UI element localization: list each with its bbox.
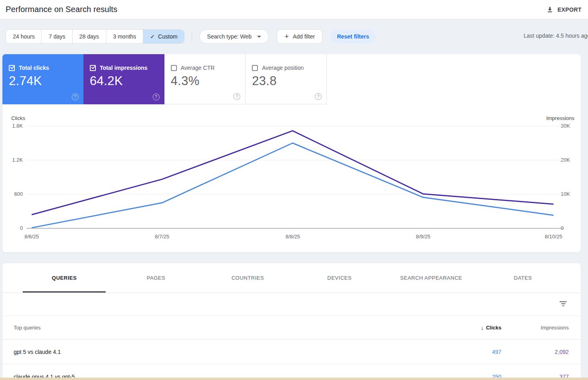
metric-label: Total clicks xyxy=(19,65,49,71)
metric-label: Total impressions xyxy=(100,65,148,71)
tab-label: PAGES xyxy=(147,275,165,281)
help-icon[interactable]: ? xyxy=(72,93,79,100)
date-range-label: 3 months xyxy=(113,33,136,40)
metric-tile-total-impressions[interactable]: Total impressions 64.2K ? xyxy=(83,54,164,104)
impressions-cell: 2,092 xyxy=(501,349,581,355)
date-range-custom[interactable]: ✓ Custom xyxy=(143,30,184,43)
tab-label: COUNTRIES xyxy=(231,275,264,281)
date-range-label: 7 days xyxy=(49,33,65,40)
tab-label: SEARCH APPEARANCE xyxy=(400,275,462,281)
metric-value: 23.8 xyxy=(252,74,320,88)
download-icon xyxy=(546,6,554,13)
dimension-tabs: QUERIES PAGES COUNTRIES DEVICES SEARCH A… xyxy=(2,263,581,293)
checkbox-total-clicks[interactable] xyxy=(9,65,15,71)
filter-bar: 24 hours 7 days 28 days 3 months ✓ Custo… xyxy=(0,19,588,54)
metric-tile-average-position[interactable]: Average position 23.8 ? xyxy=(245,54,327,104)
metric-value: 4.3% xyxy=(171,74,239,88)
tab-devices[interactable]: DEVICES xyxy=(294,263,385,293)
tab-pages[interactable]: PAGES xyxy=(110,263,202,293)
metric-tile-average-ctr[interactable]: Average CTR 4.3% ? xyxy=(164,54,245,104)
checkbox-total-impressions[interactable] xyxy=(90,65,96,71)
clicks-cell: 497 xyxy=(445,349,501,355)
search-type-label: Search type: Web xyxy=(207,33,251,40)
reset-filters-button[interactable]: Reset filters xyxy=(330,30,375,43)
page-title: Performance on Search results xyxy=(6,5,118,14)
chevron-down-icon xyxy=(257,36,261,38)
date-range-chip-group: 24 hours 7 days 28 days 3 months ✓ Custo… xyxy=(6,29,185,44)
plus-icon: + xyxy=(284,33,289,41)
checkbox-average-ctr[interactable] xyxy=(171,65,177,71)
date-range-7-days[interactable]: 7 days xyxy=(41,30,72,43)
date-range-24-hours[interactable]: 24 hours xyxy=(6,30,41,43)
add-filter-button[interactable]: + Add filter xyxy=(277,29,322,44)
table-row[interactable]: gpt 5 vs claude 4.1 497 2,092 xyxy=(2,339,581,364)
tab-label: DEVICES xyxy=(327,275,352,281)
performance-chart-card: Total clicks 2.74K ? Total impressions 6… xyxy=(2,54,581,252)
date-range-label: 28 days xyxy=(79,33,99,40)
help-icon[interactable]: ? xyxy=(153,93,160,100)
tab-queries[interactable]: QUERIES xyxy=(18,263,110,293)
date-range-3-months[interactable]: 3 months xyxy=(106,30,143,43)
reset-filters-label: Reset filters xyxy=(337,33,369,40)
filter-bar-divider xyxy=(192,31,192,42)
help-icon[interactable]: ? xyxy=(233,93,240,100)
checkmark-icon: ✓ xyxy=(150,33,155,40)
impressions-sort-header[interactable]: Impressions xyxy=(501,325,581,331)
metric-tiles: Total clicks 2.74K ? Total impressions 6… xyxy=(2,54,327,104)
clicks-header-label: Clicks xyxy=(486,325,501,331)
date-range-label: Custom xyxy=(158,33,177,40)
top-queries-header: Top queries xyxy=(2,325,445,331)
clicks-sort-header[interactable]: ↓ Clicks xyxy=(481,324,501,331)
metric-tile-total-clicks[interactable]: Total clicks 2.74K ? xyxy=(2,54,83,104)
tab-search-appearance[interactable]: SEARCH APPEARANCE xyxy=(385,263,477,293)
tab-label: QUERIES xyxy=(52,275,77,281)
metric-value: 64.2K xyxy=(90,74,158,88)
date-range-28-days[interactable]: 28 days xyxy=(72,30,106,43)
last-update-text: Last update: 4.5 hours ago xyxy=(523,33,588,39)
export-button[interactable]: EXPORT xyxy=(546,6,582,13)
query-cell: gpt 5 vs claude 4.1 xyxy=(2,349,445,355)
table-filter-icon[interactable] xyxy=(559,301,567,308)
tab-countries[interactable]: COUNTRIES xyxy=(202,263,294,293)
metric-label: Average CTR xyxy=(181,65,215,71)
help-icon[interactable]: ? xyxy=(315,93,322,100)
search-type-dropdown[interactable]: Search type: Web xyxy=(199,29,269,44)
metric-value: 2.74K xyxy=(9,74,77,88)
sort-descending-icon: ↓ xyxy=(481,324,484,331)
page-header: Performance on Search results EXPORT xyxy=(0,0,588,19)
line-chart[interactable] xyxy=(2,114,581,243)
metric-label: Average position xyxy=(262,65,304,71)
bottom-cropped-banner xyxy=(0,378,588,380)
table-toolbar xyxy=(2,293,581,316)
table-header-row: Top queries ↓ Clicks Impressions xyxy=(2,316,581,339)
tab-dates[interactable]: DATES xyxy=(477,263,569,293)
checkbox-average-position[interactable] xyxy=(252,65,258,71)
export-label: EXPORT xyxy=(558,6,582,13)
add-filter-label: Add filter xyxy=(293,33,315,40)
series-line-clicks xyxy=(32,143,554,228)
dimensions-table-card: QUERIES PAGES COUNTRIES DEVICES SEARCH A… xyxy=(2,263,581,380)
date-range-label: 24 hours xyxy=(13,33,34,40)
tab-label: DATES xyxy=(514,275,532,281)
